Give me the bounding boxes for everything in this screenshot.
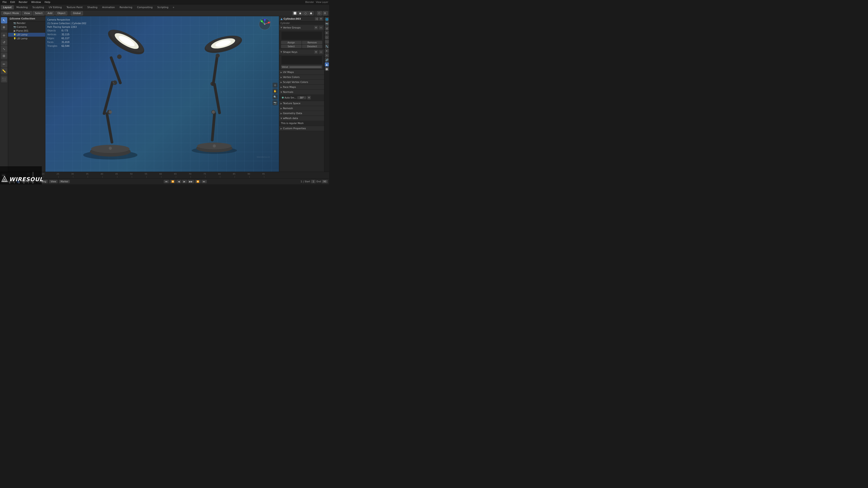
texture-space-header[interactable]: ▶ Texture Space [279,101,324,106]
viewport-shading-solid[interactable]: ◼ [298,11,303,15]
menu-file[interactable]: File [1,0,8,4]
keying-btn[interactable]: Keying [37,180,48,183]
viewport-shading-material[interactable]: ○ [303,11,308,15]
tab-texture-paint[interactable]: Texture Paint [64,5,85,9]
transform-space-selector[interactable]: Global [71,11,83,15]
viewport-shading-render[interactable]: ● [309,11,313,15]
viewport-overlay-toggle[interactable]: ⬡ [317,11,322,15]
props-tab-particles[interactable]: ✦ [325,49,329,53]
view-menu-btn[interactable]: View [22,11,32,15]
add-vertex-group-button[interactable]: + [314,26,318,29]
menu-render[interactable]: Render [17,0,29,4]
outliner-item-lb-lamp-2[interactable]: 💡 LB Lamp [8,37,45,40]
marker-btn[interactable]: Marker [59,180,70,183]
tab-rendering[interactable]: Rendering [117,5,134,9]
select-vg-btn[interactable]: Select [281,45,302,48]
assign-btn[interactable]: Assign [281,41,302,44]
outliner-item-plane[interactable]: ▣ Plane.001 [8,29,45,33]
wmesh-data-header[interactable]: ▼ wMesh data [279,116,324,121]
nav-pan-icon[interactable]: ✋ [273,89,278,94]
remesh-header[interactable]: ▶ Remesh [279,106,324,111]
face-maps-header[interactable]: ▶ Face Maps [279,85,324,90]
props-tab-scene[interactable]: 🌐 [325,17,329,21]
tool-scale[interactable]: ⤡ [1,46,7,52]
select-menu-btn[interactable]: Select [33,11,44,15]
tool-select[interactable]: ↖ [1,17,7,24]
props-tab-view-layer[interactable]: ≡ [325,31,329,35]
tool-rotate[interactable]: ↺ [1,39,7,45]
props-tab-object[interactable]: ⬛ [325,40,329,44]
tab-uv-editing[interactable]: UV Editing [46,5,64,9]
tool-measure[interactable]: 📏 [1,68,7,74]
tab-shading[interactable]: Shading [85,5,100,9]
play-btn[interactable]: ▶ [182,180,187,183]
props-tab-output[interactable]: 🖨 [325,26,329,30]
geometry-data-header[interactable]: ▶ Geometry Data [279,111,324,116]
tool-add-cube[interactable]: ⬛ [1,76,7,83]
add-menu-btn[interactable]: Add [45,11,54,15]
shape-key-slider[interactable] [289,66,321,68]
shape-keys-header[interactable]: ▼ Shape Keys + − [279,49,324,55]
sculpt-vertex-colors-header[interactable]: ▶ Sculpt Vertex Colors [279,80,324,85]
jump-next-keyframe-btn[interactable]: ⏩ [195,180,201,183]
view-btn[interactable]: View [49,180,58,183]
auto-smooth-add-btn[interactable]: + [307,96,311,99]
timeline-zoom-btn[interactable]: ⏭ [1,174,6,177]
tab-animation[interactable]: Animation [100,5,117,9]
outliner-item-camera[interactable]: 📷 Camera [8,25,45,29]
outliner-item-render[interactable]: 📷 Render [8,21,45,25]
jump-start-btn[interactable]: ⏮ [164,180,169,183]
props-tab-physics[interactable]: ⚛ [325,53,329,57]
props-tab-data[interactable]: ▲ [325,62,329,66]
props-tab-constraints[interactable]: 🔗 [325,58,329,62]
props-tab-render[interactable]: 📷 [325,22,329,26]
jump-end-btn[interactable]: ⏭ [202,180,207,183]
step-forward-btn[interactable]: ▶▶ [188,180,194,183]
step-back-btn[interactable]: ◀ [176,180,181,183]
props-tab-modifiers[interactable]: 🔧 [325,44,329,48]
vertex-groups-header[interactable]: ▼ Vertex Groups + − [279,25,324,30]
tab-modeling[interactable]: Modeling [14,5,30,9]
nav-camera-icon[interactable]: 📷 [273,100,278,105]
viewport-3d[interactable]: Camera Perspective (1) Scene Collection … [45,16,279,172]
vertex-colors-header[interactable]: ▶ Vertex Colors [279,75,324,79]
deselect-vg-btn[interactable]: Deselect [302,45,322,48]
custom-properties-header[interactable]: ▶ Custom Properties [279,126,324,131]
props-tab-material[interactable]: ⬤ [325,67,329,71]
nav-orbit-icon[interactable]: ⊙ [273,83,278,88]
new-mesh-button[interactable]: + [319,17,323,21]
viewport-xray-toggle[interactable]: ⊡ [323,11,328,15]
object-menu-btn[interactable]: Object [55,11,68,15]
start-frame-field[interactable]: 1 [311,180,315,183]
normals-header[interactable]: ▼ Normals [279,90,324,94]
outliner-item-lb-lamp-1[interactable]: 💡 LB Lamp [8,33,45,37]
tab-compositing[interactable]: Compositing [135,5,155,9]
uv-maps-header[interactable]: ▶ UV Maps [279,70,324,74]
tool-annotate[interactable]: ✏ [1,61,7,67]
auto-smooth-toggle[interactable] [282,97,284,98]
menu-edit[interactable]: Edit [8,0,17,4]
auto-smooth-value[interactable]: 30° [297,96,306,99]
props-tab-world[interactable]: ○ [325,35,329,39]
tab-sculpting[interactable]: Sculpting [30,5,46,9]
jump-prev-keyframe-btn[interactable]: ⏪ [170,180,176,183]
keymap-btn[interactable]: ▶ Keymap [21,180,35,183]
tool-transform[interactable]: ⊞ [1,53,7,59]
remove-vertex-group-button[interactable]: − [319,26,323,29]
remove-shape-key-button[interactable]: − [319,50,323,54]
viewport-shading-wireframe[interactable]: ⬜ [292,11,297,15]
add-shape-key-button[interactable]: + [314,50,318,54]
tab-scripting[interactable]: Scripting [155,5,170,9]
summary-toggle[interactable]: Summary [1,180,16,183]
axis-gizmo[interactable]: X Y Z [258,18,271,31]
end-frame-field[interactable]: 90 [322,180,328,183]
menu-help[interactable]: Help [43,0,52,4]
tab-layout[interactable]: Layout [1,5,14,9]
tool-move[interactable]: ✛ [1,32,7,39]
menu-window[interactable]: Window [30,0,42,4]
add-workspace-button[interactable]: + [171,5,176,9]
mode-selector[interactable]: Object Mode [1,11,21,15]
remove-btn[interactable]: Remove [302,41,322,44]
browse-mesh-button[interactable]: ◁ [315,17,318,21]
tool-cursor[interactable]: ⊕ [1,24,7,30]
